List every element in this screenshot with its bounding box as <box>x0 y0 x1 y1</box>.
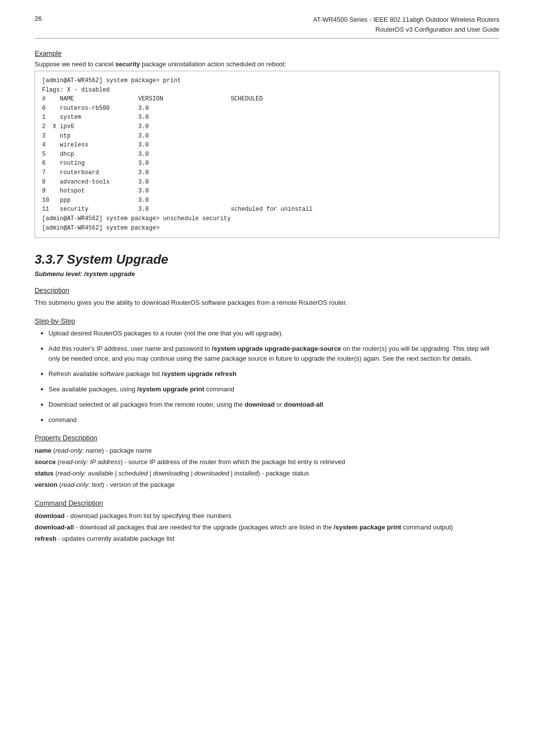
property-item: version (read-only: text) - version of t… <box>35 479 499 491</box>
property-description-title: Property Description <box>35 434 499 442</box>
prop-name: version <box>35 481 57 488</box>
page-container: 26 AT-WR4500 Series - IEEE 802.11abgh Ou… <box>0 0 534 574</box>
section-main-title: 3.3.7 System Upgrade <box>35 252 499 267</box>
list-item: See available packages, using /system up… <box>40 384 499 395</box>
page-header: 26 AT-WR4500 Series - IEEE 802.11abgh Ou… <box>35 15 499 39</box>
submenu-level: Submenu level: /system upgrade <box>35 270 499 278</box>
property-item: status (read-only: available | scheduled… <box>35 468 499 479</box>
prop-name: source <box>35 458 56 466</box>
step-list: Upload desired RouterOS packages to a ro… <box>35 329 499 425</box>
command-block: download - download packages from list b… <box>35 511 499 544</box>
prop-name: status <box>35 470 53 477</box>
command-item: download - download packages from list b… <box>35 511 499 522</box>
command-description-subsection: Command Description download - download … <box>35 499 499 544</box>
command-description-title: Command Description <box>35 499 499 507</box>
header-title: AT-WR4500 Series - IEEE 802.11abgh Outdo… <box>313 15 499 34</box>
example-intro: Suppose we need to cancel security packa… <box>35 60 499 68</box>
example-intro-text: Suppose we need to cancel <box>35 60 115 68</box>
list-item: Upload desired RouterOS packages to a ro… <box>40 329 499 339</box>
description-title: Description <box>35 286 499 294</box>
property-item: source (read-only: IP address) - source … <box>35 457 499 468</box>
property-block: name (read-only: name) - package name so… <box>35 445 499 490</box>
cmd-name: download <box>35 512 65 520</box>
submenu-path: /system upgrade <box>84 270 135 278</box>
header-title-line2: RouterOS v3 Configuration and User Guide <box>313 25 499 35</box>
example-title: Example <box>35 49 499 57</box>
list-item: Refresh available software package list … <box>40 369 499 379</box>
page-number: 26 <box>35 15 42 22</box>
prop-name: name <box>35 447 51 454</box>
list-item: command <box>40 415 499 425</box>
example-intro-bold: security <box>115 60 140 68</box>
command-item: refresh - updates currently available pa… <box>35 533 499 545</box>
list-item: Add this router's IP address, user name … <box>40 344 499 365</box>
step-by-step-title: Step-by-Step <box>35 317 499 325</box>
command-item: download-all - download all packages tha… <box>35 522 499 533</box>
description-body: This submenu gives you the ability to do… <box>35 298 499 308</box>
example-section: Example Suppose we need to cancel securi… <box>35 49 499 238</box>
example-intro-suffix: package uninstallation action scheduled … <box>140 60 286 68</box>
description-subsection: Description This submenu gives you the a… <box>35 286 499 308</box>
cmd-name: download-all <box>35 523 74 531</box>
property-item: name (read-only: name) - package name <box>35 445 499 457</box>
property-description-subsection: Property Description name (read-only: na… <box>35 434 499 490</box>
list-item: Download selected or all packages from t… <box>40 400 499 410</box>
header-title-line1: AT-WR4500 Series - IEEE 802.11abgh Outdo… <box>313 15 499 25</box>
system-upgrade-section: 3.3.7 System Upgrade Submenu level: /sys… <box>35 252 499 545</box>
cmd-name: refresh <box>35 535 56 542</box>
step-by-step-subsection: Step-by-Step Upload desired RouterOS pac… <box>35 317 499 425</box>
example-code: [admin@AT-WR4562] system package> print … <box>35 71 499 238</box>
